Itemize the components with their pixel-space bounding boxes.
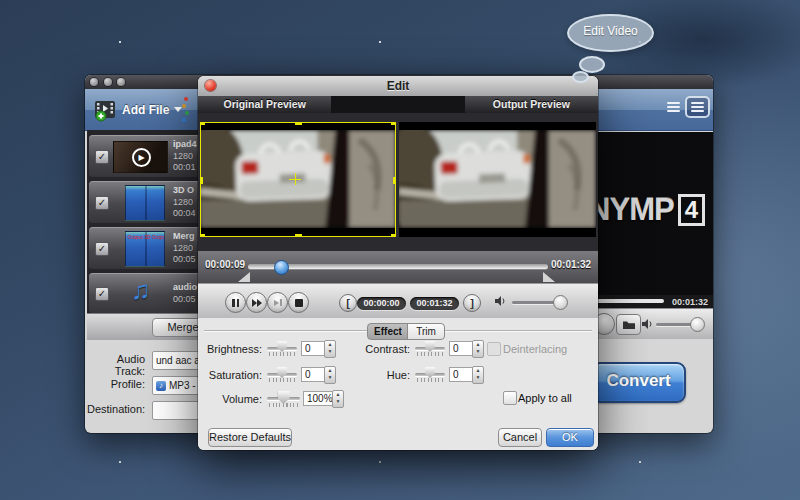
chevron-down-icon — [174, 107, 182, 112]
restore-defaults-button[interactable]: Restore Defaults — [208, 428, 292, 447]
contrast-slider[interactable] — [415, 341, 445, 357]
file-duration: 00:04 — [173, 208, 196, 218]
brightness-slider[interactable] — [267, 341, 297, 357]
ok-button[interactable]: OK — [546, 428, 594, 447]
original-preview-panel — [200, 113, 396, 250]
edit-dialog: Edit Original Preview Output Preview — [198, 76, 598, 450]
brightness-stepper[interactable]: ▲▼ — [324, 340, 336, 358]
close-button[interactable] — [205, 80, 216, 91]
zoom-button[interactable] — [117, 78, 125, 86]
file-resolution: 1280 — [173, 243, 193, 253]
tab-trim[interactable]: Trim — [407, 323, 445, 340]
cancel-button[interactable]: Cancel — [498, 428, 542, 447]
brightness-input[interactable] — [301, 341, 326, 356]
destination-label: Destination: — [87, 403, 145, 415]
next-frame-button[interactable] — [267, 292, 288, 313]
3d-thumbnail: 3D Output 3D Output — [125, 231, 165, 267]
bracket-close-icon: ] — [470, 296, 474, 310]
fast-forward-button[interactable] — [246, 292, 267, 313]
audio-track-label: Audio Track: — [87, 353, 145, 377]
volume-icon — [494, 295, 506, 307]
deinterlacing-label: Deinterlacing — [503, 343, 567, 355]
row-checkbox[interactable]: ✓ — [95, 242, 109, 256]
tab-effect[interactable]: Effect — [367, 323, 409, 340]
music-note-icon: ♫ — [131, 275, 151, 306]
timeline-bar: 00:00:09 00:01:32 — [198, 250, 598, 284]
volume-icon — [641, 318, 653, 330]
playback-controls: [ 00:00:00 00:01:32 ] — [198, 283, 598, 320]
stop-icon — [295, 299, 303, 307]
volume-stepper[interactable]: ▲▼ — [332, 390, 344, 408]
hue-stepper[interactable]: ▲▼ — [472, 366, 484, 384]
trim-end-marker[interactable] — [543, 272, 555, 282]
edit-video-callout: Edit Video — [567, 14, 654, 52]
trim-start-display: 00:00:00 — [357, 297, 406, 310]
close-button[interactable] — [90, 78, 98, 86]
hue-input[interactable] — [449, 367, 474, 382]
contrast-input[interactable] — [449, 341, 474, 356]
volume-label: Volume: — [198, 393, 262, 405]
trim-start-marker[interactable] — [238, 272, 250, 282]
saturation-slider[interactable] — [267, 367, 297, 383]
deinterlacing-checkbox[interactable] — [487, 342, 501, 356]
sparkle-icon — [182, 104, 186, 108]
row-checkbox[interactable]: ✓ — [95, 196, 109, 210]
timeline-slider[interactable] — [248, 264, 548, 269]
saturation-input[interactable] — [301, 367, 326, 382]
hue-slider[interactable] — [415, 367, 445, 383]
callout-dot — [572, 71, 589, 83]
open-folder-button[interactable] — [616, 314, 641, 335]
film-add-icon — [93, 98, 117, 122]
preview-volume-knob[interactable] — [553, 295, 568, 310]
file-resolution: 1280 — [173, 151, 193, 161]
file-name: ipad4 — [173, 139, 197, 149]
logo-badge: 4 — [678, 194, 705, 226]
file-resolution: 1280 — [173, 197, 193, 207]
sparkle-icon — [185, 111, 189, 115]
trim-end-display: 00:01:32 — [410, 297, 459, 310]
3d-thumbnail — [125, 185, 165, 221]
output-frame — [399, 122, 596, 237]
timeline-knob[interactable] — [274, 260, 289, 275]
add-file-label: Add File — [122, 103, 169, 117]
total-time: 00:01:32 — [551, 259, 591, 270]
volume-input[interactable] — [303, 391, 334, 406]
bracket-open-icon: [ — [346, 296, 350, 310]
divider — [331, 96, 464, 113]
video-thumbnail: ▶ — [113, 141, 168, 173]
logo-text: NYMP — [588, 192, 674, 228]
file-duration: 00:05 — [173, 294, 196, 304]
row-checkbox[interactable]: ✓ — [95, 150, 109, 164]
set-start-button[interactable]: [ — [339, 294, 357, 312]
sparkle-icon — [184, 97, 188, 101]
stop-button[interactable] — [288, 292, 309, 313]
file-name: Merg — [173, 231, 195, 241]
apply-to-all-label: Apply to all — [518, 392, 572, 404]
desktop: Add File ✓ ▶ ipad4 — [0, 0, 800, 500]
profile-format-icon: ♪ — [156, 381, 166, 391]
list-view-button[interactable] — [665, 99, 682, 114]
add-file-button[interactable]: Add File — [93, 95, 182, 124]
row-checkbox[interactable]: ✓ — [95, 287, 109, 301]
detail-view-button[interactable] — [685, 96, 710, 118]
minimize-button[interactable] — [104, 78, 112, 86]
volume-knob[interactable] — [690, 317, 705, 332]
saturation-stepper[interactable]: ▲▼ — [324, 366, 336, 384]
set-end-button[interactable]: ] — [463, 294, 481, 312]
pause-button[interactable] — [225, 292, 246, 313]
crosshair-icon — [295, 173, 297, 185]
crop-area[interactable] — [200, 122, 396, 237]
output-preview-label: Output Preview — [465, 96, 598, 113]
apply-to-all-checkbox[interactable] — [503, 391, 517, 405]
seek-track — [596, 299, 664, 303]
anymp4-logo: NYMP 4 — [588, 192, 705, 228]
volume-effect-slider[interactable] — [267, 391, 300, 407]
convert-button[interactable]: Convert — [591, 362, 686, 403]
hue-label: Hue: — [338, 369, 410, 381]
contrast-stepper[interactable]: ▲▼ — [472, 340, 484, 358]
fast-forward-icon — [252, 299, 262, 307]
brightness-label: Brightness: — [198, 343, 262, 355]
original-preview-label: Original Preview — [198, 96, 331, 113]
file-duration: 00:05 — [173, 254, 196, 264]
file-duration: 00:01 — [173, 162, 196, 172]
